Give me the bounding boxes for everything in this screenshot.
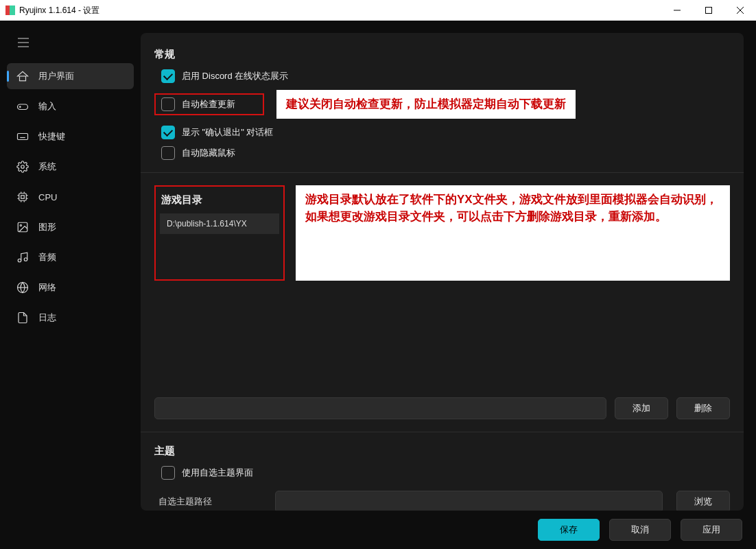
sidebar-item-label: 输入	[38, 100, 56, 113]
ui-icon	[16, 70, 29, 82]
save-button[interactable]: 保存	[538, 519, 600, 541]
app-logo-icon	[5, 5, 15, 15]
cpu-icon	[16, 191, 29, 203]
gamedir-panel: 游戏目录 D:\publish-1.1.614\YX	[154, 185, 285, 281]
gamedir-list-item[interactable]: D:\publish-1.1.614\YX	[160, 213, 279, 234]
checkbox-autohide-cursor[interactable]	[161, 146, 175, 160]
svg-point-17	[21, 165, 25, 169]
svg-rect-11	[18, 134, 28, 140]
svg-rect-7	[20, 76, 26, 81]
apply-button[interactable]: 应用	[681, 519, 742, 541]
window-title: Ryujinx 1.1.614 - 设置	[19, 5, 661, 16]
annotation-autoupdate: 建议关闭自动检查更新，防止模拟器定期自动下载更新	[276, 90, 576, 119]
cancel-button[interactable]: 取消	[609, 519, 671, 541]
svg-point-29	[20, 224, 21, 226]
sidebar-item-ui[interactable]: 用户界面	[7, 63, 134, 89]
sidebar-item-network[interactable]: 网络	[7, 274, 134, 301]
sidebar-item-label: 网络	[38, 281, 56, 294]
checkbox-confirm-exit[interactable]	[161, 126, 175, 139]
checkbox-autoupdate[interactable]	[161, 97, 175, 111]
svg-rect-1	[706, 8, 712, 14]
keyboard-icon	[16, 130, 29, 143]
svg-rect-18	[19, 194, 27, 201]
settings-panel: 常规 启用 Discord 在线状态展示 自动检查更新 建议关闭自动检查更新，防…	[141, 33, 744, 511]
hamburger-button[interactable]	[11, 33, 36, 52]
checkbox-custom-theme-label: 使用自选主题界面	[182, 467, 253, 479]
gear-icon	[16, 161, 29, 173]
file-icon	[16, 312, 29, 324]
sidebar-item-system[interactable]: 系统	[7, 154, 134, 180]
sidebar-item-label: CPU	[38, 192, 57, 202]
checkbox-autohide-cursor-label: 自动隐藏鼠标	[182, 147, 235, 159]
gamepad-icon	[16, 100, 29, 113]
titlebar: Ryujinx 1.1.614 - 设置	[0, 0, 756, 21]
remove-button[interactable]: 删除	[676, 397, 730, 419]
sidebar: 用户界面 输入 快捷键 系统 CPU 图形	[0, 21, 141, 511]
sidebar-item-label: 快捷键	[38, 130, 65, 143]
checkbox-autoupdate-label: 自动检查更新	[182, 98, 235, 110]
svg-rect-19	[21, 196, 25, 199]
close-button[interactable]	[724, 0, 756, 21]
gamedir-path-input[interactable]	[154, 397, 606, 419]
checkbox-custom-theme[interactable]	[161, 466, 175, 480]
minimize-button[interactable]	[661, 0, 693, 21]
browse-button[interactable]: 浏览	[676, 491, 730, 511]
music-icon	[16, 251, 29, 264]
theme-path-input[interactable]	[275, 491, 663, 511]
sidebar-item-label: 系统	[38, 161, 56, 173]
checkbox-discord[interactable]	[161, 69, 175, 83]
footer: 保存 取消 应用	[0, 511, 756, 549]
annotation-gamedir: 游戏目录默认放在了软件下的YX文件夹，游戏文件放到里面模拟器会自动识别，如果想更…	[296, 185, 730, 281]
svg-point-31	[24, 258, 27, 261]
image-icon	[16, 221, 29, 233]
globe-icon	[16, 281, 29, 294]
sidebar-item-audio[interactable]: 音频	[7, 244, 134, 270]
maximize-button[interactable]	[693, 0, 724, 21]
section-theme-title: 主题	[154, 445, 730, 458]
sidebar-item-label: 用户界面	[38, 70, 74, 82]
theme-path-label: 自选主题路径	[158, 495, 261, 508]
sidebar-item-label: 日志	[38, 312, 56, 324]
svg-point-30	[18, 259, 21, 262]
sidebar-item-log[interactable]: 日志	[7, 305, 134, 331]
checkbox-discord-label: 启用 Discord 在线状态展示	[182, 70, 288, 82]
sidebar-item-input[interactable]: 输入	[7, 93, 134, 119]
checkbox-confirm-exit-label: 显示 "确认退出" 对话框	[182, 126, 273, 139]
sidebar-item-cpu[interactable]: CPU	[7, 184, 134, 210]
sidebar-item-hotkeys[interactable]: 快捷键	[7, 124, 134, 150]
section-gamedir-title: 游戏目录	[161, 194, 279, 207]
sidebar-item-label: 音频	[38, 251, 56, 264]
section-general-title: 常规	[154, 48, 730, 61]
sidebar-item-graphics[interactable]: 图形	[7, 214, 134, 240]
add-button[interactable]: 添加	[615, 397, 668, 419]
sidebar-item-label: 图形	[38, 221, 56, 233]
